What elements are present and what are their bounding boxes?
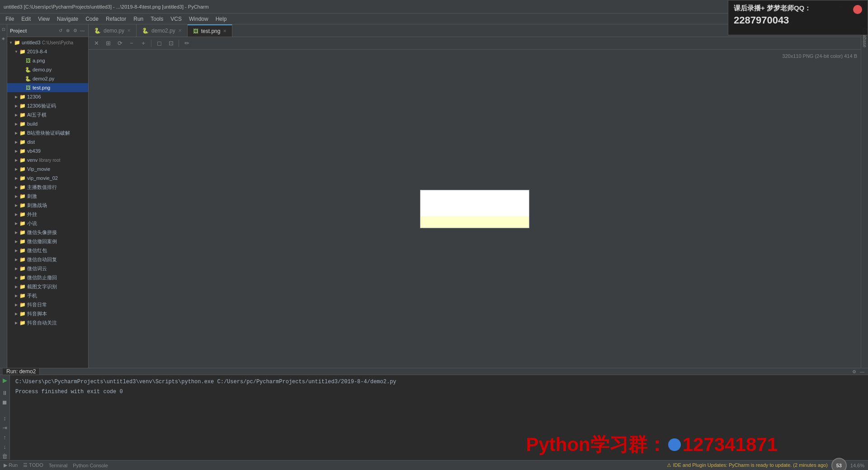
tab-test-png-label: test.png [201,28,221,34]
tree-item-douyin-script[interactable]: ▶ 📁 抖音脚本 [7,309,88,318]
tab-demo-py-icon: 🐍 [94,28,101,34]
run-stop-icon[interactable]: ⏹ [2,399,8,406]
tree-item-plugin[interactable]: ▶ 📁 外挂 [7,210,88,219]
tree-item-12306-captcha[interactable]: ▶ 📁 12306验证码 [7,101,88,110]
tree-item-stimulus[interactable]: ▶ 📁 刺激 [7,192,88,201]
tree-item-bilibili-captcha[interactable]: ▶ 📁 B站滑块验证码破解 [7,128,88,137]
tree-item-wechat-wordcloud[interactable]: ▶ 📁 微信词云 [7,264,88,273]
tree-item-novel[interactable]: ▶ 📁 小说 [7,219,88,228]
tree-item-wechat-avatar[interactable]: ▶ 📁 微信头像拼接 [7,228,88,237]
run-play-icon[interactable]: ▶ [3,377,7,384]
warning-icon: ⚠ [667,462,671,468]
tree-item-phone[interactable]: ▶ 📁 手机 [7,291,88,300]
tree-item-wechat-autoreply[interactable]: ▶ 📁 微信自动回复 [7,255,88,264]
run-minimize-icon[interactable]: — [859,368,865,375]
todo-button[interactable]: ☰ TODO [23,462,43,468]
tree-item-a-png[interactable]: 🖼 a.png [7,56,88,65]
menu-vcs[interactable]: VCS [167,15,185,23]
tab-test-png-close[interactable]: ✕ [223,28,226,33]
toolbar-rotate-btn[interactable]: ⟳ [115,38,125,48]
tree-item-build[interactable]: ▶ 📁 build [7,119,88,128]
run-clear-icon[interactable]: 🗑 [2,453,8,460]
toolbar-zoom-out-btn[interactable]: − [127,38,137,48]
tree-item-venv[interactable]: ▶ 📁 venv library root [7,155,88,164]
left-icon-1[interactable]: ⊡ [2,27,5,32]
tree-item-wechat-redpacket[interactable]: ▶ 📁 微信红包 [7,246,88,255]
run-tab-demo2[interactable]: Run: demo2 [3,368,40,375]
menu-window[interactable]: Window [185,15,212,23]
run-settings-area: ⚙ — [851,368,865,375]
run-pause-icon[interactable]: ⏸ [2,390,8,396]
tree-item-screenshot-ocr[interactable]: ▶ 📁 截图文字识别 [7,282,88,291]
tree-item-anchor-ranking[interactable]: ▶ 📁 主播数值排行 [7,183,88,192]
project-add-icon[interactable]: ⊕ [65,28,71,34]
tab-demo2-py-icon: 🐍 [142,28,149,34]
project-settings-icon[interactable]: ⚙ [72,28,78,34]
tree-item-wechat-antirecall[interactable]: ▶ 📁 微信防止撤回 [7,273,88,282]
run-tabs-bar: Run: demo2 ⚙ — [0,368,868,375]
tree-item-douyin-daily[interactable]: ▶ 📁 抖音日常 [7,300,88,309]
tree-item-2019-8-4[interactable]: ▼ 📁 2019-8-4 [7,47,88,56]
tree-item-dist[interactable]: ▶ 📁 dist [7,137,88,146]
tree-item-battleground[interactable]: ▶ 📁 刺激战场 [7,201,88,210]
tree-item-vip-movie[interactable]: ▶ 📁 Vip_movie [7,164,88,174]
png-preview-bottom-strip [420,216,529,228]
toolbar-edit-btn[interactable]: ✏ [182,38,192,48]
memory-usage: 14.6% [850,463,864,468]
tree-item-douyin-autofollow[interactable]: ▶ 📁 抖音自动关注 [7,318,88,327]
run-scroll-icon[interactable]: ↕ [3,415,6,422]
run-down-icon[interactable]: ↓ [3,443,6,450]
tree-item-demo2-py[interactable]: 🐍 demo2.py [7,74,88,83]
python-console-button[interactable]: Python Console [73,463,108,468]
tree-item-12306[interactable]: ▶ 📁 12306 [7,92,88,101]
tree-item-ai-gomoku[interactable]: ▶ 📁 AI五子棋 [7,110,88,119]
run-settings-icon[interactable]: ⚙ [851,368,857,375]
tree-item-vip-movie-02[interactable]: ▶ 📁 vip_movie_02 [7,174,88,183]
menu-help[interactable]: Help [212,15,231,23]
menu-tools[interactable]: Tools [147,15,167,23]
toolbar-fit-btn[interactable]: ⊡ [166,38,176,48]
run-button[interactable]: ▶ Run [4,462,18,468]
status-bar: ▶ Run ☰ TODO Terminal Python Console ⚠ I… [0,460,868,470]
overlay-qq: 2287970043 [734,14,862,26]
menu-refactor[interactable]: Refactor [102,15,130,23]
toolbar-actual-size-btn[interactable]: ◻ [154,38,164,48]
run-exit-text: Process finished with exit code 0 [15,389,863,395]
toolbar-close-btn[interactable]: ✕ [91,38,101,48]
tab-demo-py[interactable]: 🐍 demo.py ✕ [89,24,137,37]
tab-demo-py-label: demo.py [104,28,124,34]
menu-file[interactable]: File [2,15,18,23]
run-command-text: C:\Users\pc\PycharmProjects\untitled3\ve… [15,379,863,385]
image-display-area: 320x110 PNG (24-bit color) 414 B [89,50,861,368]
tab-demo-py-close[interactable]: ✕ [127,28,131,33]
menu-code[interactable]: Code [82,15,102,23]
group-circle-icon [668,438,681,451]
tree-item-test-png[interactable]: 🖼 test.png [7,83,88,92]
tree-item-wechat-recall[interactable]: ▶ 📁 微信撤回案例 [7,237,88,246]
tab-demo2-py[interactable]: 🐍 demo2.py ✕ [137,24,188,37]
tree-item-demo-py[interactable]: 🐍 demo.py [7,65,88,74]
run-wrap-icon[interactable]: ⇥ [2,424,7,431]
run-left-icons: ▶ ⏸ ⏹ ↕ ⇥ ↑ ↓ 🗑 [0,375,10,460]
status-left: ▶ Run ☰ TODO Terminal Python Console [4,462,108,468]
toolbar-grid-btn[interactable]: ⊞ [103,38,113,48]
left-icon-2[interactable]: ◈ [2,36,5,41]
project-panel-header: Project ↺ ⊕ ⚙ — [7,24,88,37]
terminal-button[interactable]: Terminal [49,463,68,468]
tab-demo2-py-close[interactable]: ✕ [178,28,182,33]
tree-item-vb439[interactable]: ▶ 📁 vb439 [7,146,88,155]
project-sync-icon[interactable]: ↺ [57,28,64,34]
tab-test-png[interactable]: 🖼 test.png ✕ [188,24,233,37]
left-tool-strip: ⊡ ◈ [0,24,7,368]
editor-area: 🐍 demo.py ✕ 🐍 demo2.py ✕ 🖼 test.png ✕ ✕ [89,24,861,368]
menu-edit[interactable]: Edit [18,15,34,23]
tree-item-untitled3[interactable]: ▼ 📁 untitled3 C:\Users\Pycha [7,38,88,47]
project-collapse-icon[interactable]: — [79,28,85,34]
toolbar-zoom-in-btn[interactable]: + [138,38,148,48]
image-dimensions-label: 320x110 PNG (24-bit color) 414 B [782,53,857,59]
menu-run[interactable]: Run [130,15,147,23]
menu-view[interactable]: View [34,15,53,23]
menu-navigate[interactable]: Navigate [53,15,82,23]
image-toolbar: ✕ ⊞ ⟳ − + ◻ ⊡ ✏ [89,37,861,50]
run-up-icon[interactable]: ↑ [3,434,6,441]
